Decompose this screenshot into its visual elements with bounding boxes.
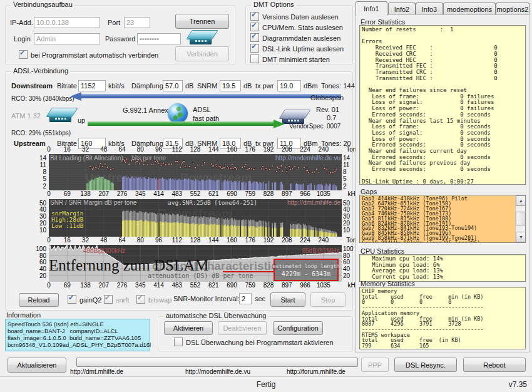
configuration-button[interactable]: Configuration — [273, 321, 323, 335]
checkbox-icon[interactable] — [250, 12, 259, 21]
dsl-resync-button[interactable]: DSL Resync. — [394, 358, 457, 372]
tab-modemoptions[interactable]: modemoptions — [443, 3, 496, 15]
downstream-snrm-field[interactable] — [220, 80, 241, 91]
option-label: CPU/Mem. Stats auslesen — [262, 24, 343, 31]
atm-label: ATM 1.32 — [11, 112, 41, 120]
vendor-label: Globespan — [310, 94, 344, 101]
svg-text:85dB@1MHz: 85dB@1MHz — [302, 247, 339, 254]
password-label: Password — [105, 35, 135, 43]
verbinden-button[interactable]: Verbinden — [175, 46, 229, 61]
ip-field[interactable] — [34, 17, 100, 28]
svg-text:Low :11dB: Low :11dB — [51, 222, 84, 229]
link-modemhilfe[interactable]: http://modemhilfe.de.vu — [185, 368, 250, 375]
error-statistics-box: Number of resets : 1 Errors Received FEC… — [359, 25, 526, 185]
ueberwachung-autostart-checkbox[interactable]: DSL Überwachung bei Programmstart aktivi… — [174, 338, 334, 346]
y-axis-label: 100 — [11, 245, 46, 252]
y-axis-label: 5 — [11, 175, 46, 182]
unit-label: kbit/s — [108, 82, 125, 90]
gaps-listbox[interactable]: Gap1 414kHz-418kHz (Tone96) Pilot Gap2 6… — [359, 195, 526, 243]
cpu-statistics-text: Maximum cpu load: 14% Minimum cpu load: … — [360, 255, 525, 282]
tab-info1[interactable]: Info1 — [356, 1, 387, 16]
y-axis-label: 10 — [11, 227, 46, 234]
checkbox-icon[interactable] — [19, 50, 28, 59]
checkbox-icon[interactable] — [104, 295, 113, 304]
ppp-button[interactable]: PPP — [361, 358, 389, 372]
modem-dslam-icon — [282, 110, 308, 124]
progress-bar — [76, 358, 358, 367]
ip-label: IP-Add. — [10, 19, 33, 26]
password-field[interactable] — [137, 33, 181, 44]
modem-icon — [189, 30, 215, 44]
aktivieren-button[interactable]: Aktivieren — [164, 321, 213, 335]
scroll-thumb[interactable] — [516, 212, 526, 225]
port-field[interactable] — [124, 17, 150, 28]
upstream-arrow-head-icon — [274, 120, 285, 128]
svg-text:SNR / SNR Margin dB per tone: SNR / SNR Margin dB per tone — [50, 199, 137, 206]
autoconnect-checkbox[interactable]: bei Programmstart automatisch verbinden — [19, 50, 158, 59]
downstream-bitrate-field[interactable] — [78, 80, 106, 91]
vendorspec-label: VendorSpec. 0007 — [289, 123, 340, 130]
unit-label: dB — [185, 82, 193, 90]
bitswap-checkbox[interactable]: bitswap — [136, 295, 171, 304]
reboot-button[interactable]: Reboot — [463, 358, 526, 372]
y-axis-label: 40 — [11, 266, 46, 272]
y-axis-label: 60 — [11, 259, 46, 266]
deaktivieren-button[interactable]: Deaktivieren — [218, 321, 267, 335]
downstream-txpwr-field[interactable] — [277, 80, 301, 91]
link-forum-mhilfe[interactable]: http://forum.mhilfe.de — [287, 368, 345, 375]
login-label: Login — [14, 35, 31, 43]
option-dmt-minimiert[interactable]: DMT minimiert starten — [250, 54, 330, 63]
checkbox-icon[interactable] — [250, 44, 259, 53]
tab-info2[interactable]: Info2 — [388, 3, 416, 15]
scroll-up-icon[interactable]: ▲ — [516, 195, 526, 206]
checkbox-icon[interactable] — [174, 338, 183, 346]
status-bar: Fertig v7.35 — [0, 376, 532, 392]
group-title: automatische DSL Überwachung — [163, 312, 269, 319]
gaps-scrollbar[interactable]: ▲ ▼ — [515, 195, 525, 242]
stop-button[interactable]: Stop — [310, 292, 345, 307]
modem-local-icon — [49, 108, 75, 122]
tab-moptions2[interactable]: moptions2 — [496, 3, 529, 15]
option-versions-daten[interactable]: Versions Daten auslesen — [250, 12, 339, 21]
snrft-checkbox[interactable]: snrft — [104, 295, 129, 304]
attenuation-chart: channel characteristicattenuation (DS) d… — [49, 245, 342, 283]
scroll-down-icon[interactable]: ▼ — [516, 232, 526, 242]
checkbox-icon[interactable] — [250, 23, 259, 31]
svg-text:4229m - 6343m: 4229m - 6343m — [282, 271, 330, 277]
up-label: up — [78, 116, 85, 124]
link-dmt-mhilfe[interactable]: http://dmt.mhilfe.de — [70, 368, 123, 375]
checkbox-icon[interactable] — [68, 295, 76, 304]
tone-ruler-2: 0163248648096112128144160176192208224240… — [11, 237, 352, 245]
y-axis-label: 80 — [11, 252, 46, 259]
svg-text:http://dmt.mhilfe.de: http://dmt.mhilfe.de — [287, 199, 340, 206]
trennen-button[interactable]: Trennen — [175, 14, 229, 29]
downstream-daempfung-field[interactable] — [163, 80, 183, 91]
tone-ruler-top: 0163248648096112128144160176192208224240… — [11, 146, 352, 154]
checkbox-icon[interactable] — [250, 54, 259, 63]
start-button[interactable]: Start — [270, 292, 305, 307]
checkbox-icon[interactable] — [136, 295, 145, 304]
svg-text:49dB@300kHz: 49dB@300kHz — [83, 247, 125, 254]
option-label: DSL-Link Uptime auslesen — [262, 45, 344, 53]
login-field[interactable] — [34, 33, 100, 44]
adsl-label: ADSL — [193, 106, 211, 113]
checkbox-icon[interactable] — [250, 33, 259, 42]
downstream-rco: RCO: 30% (3840kbps) — [11, 95, 74, 102]
option-dsl-link-uptime[interactable]: DSL-Link Uptime auslesen — [250, 44, 344, 53]
svg-text:http://modemhilfe.de.vu: http://modemhilfe.de.vu — [275, 155, 340, 162]
error-statistics-text: Number of resets : 1 Errors Received FEC… — [360, 26, 525, 185]
svg-text:Entfernung zum DSLAM: Entfernung zum DSLAM — [49, 257, 209, 274]
khz-ruler-1: 0691382072763454144835526216907598288979… — [11, 190, 352, 199]
interval-field[interactable] — [239, 293, 252, 304]
aktualisieren-button[interactable]: Aktualisieren — [8, 358, 66, 373]
unit-label: dBm — [304, 82, 318, 90]
status-text: Fertig — [257, 380, 276, 389]
option-cpu-mem-stats[interactable]: CPU/Mem. Stats auslesen — [250, 23, 343, 31]
option-diagrammdaten[interactable]: Diagrammdaten auslesen — [250, 33, 340, 42]
y-axis-label: 11 — [11, 162, 46, 168]
upstream-arrow — [88, 121, 274, 126]
gainq2-checkbox[interactable]: gainQ2 — [68, 295, 101, 304]
autoconnect-label: bei Programmstart automatisch verbinden — [31, 51, 158, 59]
reload-button[interactable]: Reload — [19, 293, 59, 307]
tab-info3[interactable]: Info3 — [416, 3, 443, 15]
